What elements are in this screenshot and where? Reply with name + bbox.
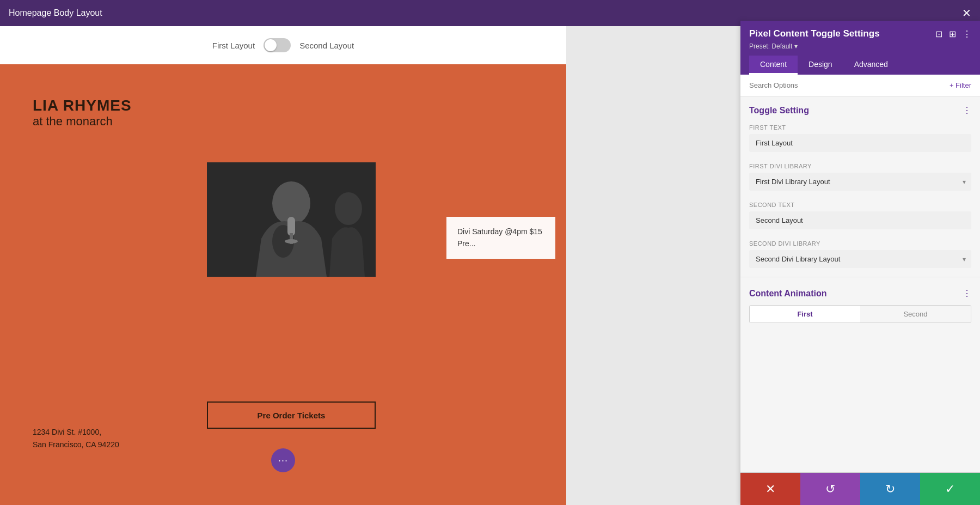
content-animation-section: Content Animation ⋮ First Second	[740, 279, 980, 336]
toggle-setting-more-icon[interactable]: ⋮	[963, 105, 971, 115]
first-divi-library-select[interactable]: First Divi Library Layout	[749, 173, 971, 191]
panel-header: Pixel Content Toggle Settings ⊡ ⊞ ⋮ Pres…	[740, 21, 980, 75]
artist-name: LIA RHYMES	[33, 97, 132, 114]
concert-info-text: Divi Saturday @4pm $15 Pre...	[457, 226, 544, 250]
first-text-field-group: First Text	[740, 120, 980, 159]
panel-header-icons: ⊡ ⊞ ⋮	[935, 29, 971, 39]
first-layout-label: First Layout	[212, 41, 255, 50]
first-text-label: First Text	[749, 124, 971, 131]
concert-photo-svg	[207, 162, 376, 277]
tab-design[interactable]: Design	[798, 56, 843, 75]
venue-name: at the monarch	[33, 114, 132, 129]
content-animation-title: Content Animation	[749, 289, 827, 299]
first-divi-library-select-wrapper: First Divi Library Layout ▾	[749, 173, 971, 191]
second-divi-library-select-wrapper: Second Divi Library Layout ▾	[749, 250, 971, 268]
address-line2: San Francisco, CA 94220	[33, 439, 119, 451]
panel-preset[interactable]: Preset: Default ▾	[749, 42, 971, 50]
close-button[interactable]: ✕	[962, 7, 971, 20]
layout-icon[interactable]: ⊞	[949, 29, 956, 39]
preset-arrow: ▾	[794, 42, 798, 50]
tab-content[interactable]: Content	[749, 56, 798, 75]
ticket-button[interactable]: Pre Order Tickets	[207, 401, 376, 429]
svg-point-6	[335, 192, 362, 225]
preset-label: Preset: Default	[749, 42, 792, 50]
canvas-area: First Layout Second Layout LIA RHYMES at…	[0, 26, 566, 505]
concert-section: LIA RHYMES at the monarch	[0, 64, 566, 505]
save-button[interactable]: ✓	[920, 473, 980, 505]
animation-tabs: First Second	[749, 305, 971, 323]
svg-point-5	[285, 239, 298, 244]
second-divi-library-label: Second Divi Library	[749, 240, 971, 247]
tab-advanced[interactable]: Advanced	[843, 56, 899, 75]
first-divi-library-field-group: First Divi Library First Divi Library La…	[740, 159, 980, 197]
filter-label: + Filter	[950, 81, 971, 89]
toggle-setting-title: Toggle Setting	[749, 106, 809, 115]
concert-title: LIA RHYMES at the monarch	[33, 97, 132, 129]
divider	[740, 277, 980, 277]
concert-address: 1234 Divi St. #1000, San Francisco, CA 9…	[33, 426, 119, 451]
concert-image	[207, 162, 376, 277]
search-input[interactable]	[749, 81, 950, 89]
second-text-input[interactable]	[749, 211, 971, 229]
second-layout-label: Second Layout	[299, 41, 354, 50]
right-panel: Pixel Content Toggle Settings ⊡ ⊞ ⋮ Pres…	[740, 21, 980, 505]
panel-header-top: Pixel Content Toggle Settings ⊡ ⊞ ⋮	[749, 28, 971, 39]
second-divi-library-select[interactable]: Second Divi Library Layout	[749, 250, 971, 268]
animation-tab-first[interactable]: First	[750, 306, 860, 323]
toggle-bar: First Layout Second Layout	[0, 26, 566, 64]
second-text-field-group: Second Text	[740, 197, 980, 236]
dots-icon: ···	[278, 455, 288, 466]
concert-info-box: Divi Saturday @4pm $15 Pre...	[446, 217, 555, 259]
redo-button[interactable]: ↻	[860, 473, 920, 505]
content-animation-more-icon[interactable]: ⋮	[963, 288, 971, 299]
dots-button[interactable]: ···	[271, 448, 295, 472]
toggle-setting-section-header: Toggle Setting ⋮	[740, 96, 980, 120]
concert-image-inner	[207, 162, 376, 277]
page-title: Homepage Body Layout	[9, 8, 102, 18]
first-divi-library-label: First Divi Library	[749, 163, 971, 169]
address-line1: 1234 Divi St. #1000,	[33, 426, 119, 438]
content-animation-header: Content Animation ⋮	[749, 279, 971, 305]
svg-rect-3	[287, 217, 295, 236]
second-divi-library-field-group: Second Divi Library Second Divi Library …	[740, 236, 980, 275]
undo-button[interactable]: ↺	[800, 473, 860, 505]
cancel-button[interactable]: ✕	[740, 473, 800, 505]
animation-tab-second[interactable]: Second	[860, 306, 971, 323]
panel-body: + Filter Toggle Setting ⋮ First Text Fir…	[740, 75, 980, 472]
toggle-switch[interactable]	[264, 38, 291, 52]
screen-icon[interactable]: ⊡	[935, 29, 942, 39]
panel-title: Pixel Content Toggle Settings	[749, 28, 880, 39]
first-text-input[interactable]	[749, 134, 971, 152]
more-options-icon[interactable]: ⋮	[963, 29, 971, 39]
second-text-label: Second Text	[749, 202, 971, 208]
search-bar: + Filter	[740, 75, 980, 96]
filter-button[interactable]: + Filter	[950, 81, 971, 89]
bottom-action-bar: ✕ ↺ ↻ ✓	[740, 472, 980, 505]
panel-tabs: Content Design Advanced	[749, 56, 971, 75]
